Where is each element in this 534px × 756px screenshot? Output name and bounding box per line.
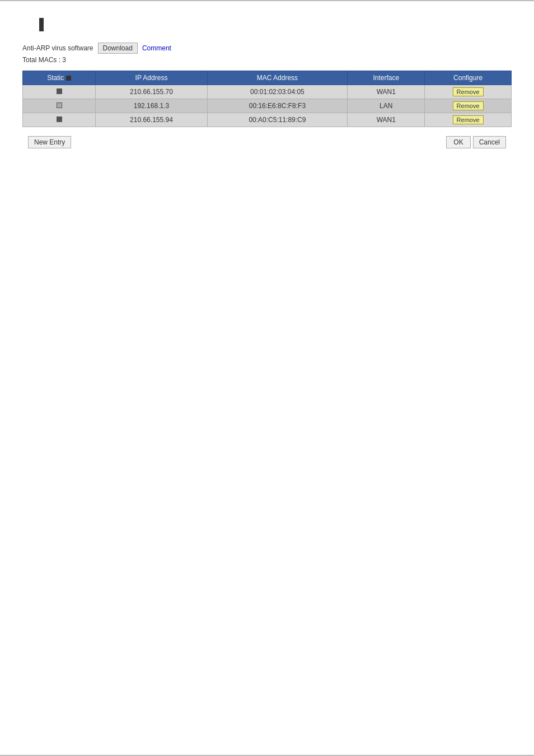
anti-arp-row: Anti-ARP virus software Download Comment xyxy=(22,43,512,54)
table-row: 210.66.155.9400:A0:C5:11:89:C9WAN1Remove xyxy=(23,113,512,127)
download-button[interactable]: Download xyxy=(98,43,138,54)
static-label: Static xyxy=(47,74,64,82)
configure-cell-0: Remove xyxy=(425,85,512,99)
mac-cell-0: 00:01:02:03:04:05 xyxy=(207,85,348,99)
interface-cell-0: WAN1 xyxy=(348,85,425,99)
bullet-item-1 xyxy=(39,18,512,22)
configure-cell-2: Remove xyxy=(425,113,512,127)
header-mac: MAC Address xyxy=(207,71,348,85)
new-entry-button[interactable]: New Entry xyxy=(28,136,71,148)
ip-cell-0: 210.66.155.70 xyxy=(96,85,207,99)
bullet-item-3 xyxy=(39,27,512,31)
total-macs: Total MACs : 3 xyxy=(22,56,512,64)
interface-cell-1: LAN xyxy=(348,99,425,113)
ip-cell-2: 210.66.155.94 xyxy=(96,113,207,127)
bullet-list xyxy=(39,18,512,31)
remove-button-0[interactable]: Remove xyxy=(453,87,484,96)
bullet-square-1 xyxy=(39,18,44,22)
static-header-cell: Static xyxy=(29,74,90,82)
main-content: Anti-ARP virus software Download Comment… xyxy=(0,1,534,755)
header-row: Static IP Address MAC Address Interface … xyxy=(23,71,512,85)
mac-cell-1: 00:16:E6:8C:F8:F3 xyxy=(207,99,348,113)
action-row: New Entry OK Cancel xyxy=(22,136,512,148)
table-header: Static IP Address MAC Address Interface … xyxy=(23,71,512,85)
header-static: Static xyxy=(23,71,96,85)
ok-button[interactable]: OK xyxy=(446,136,470,148)
ip-cell-1: 192.168.1.3 xyxy=(96,99,207,113)
ok-cancel-group: OK Cancel xyxy=(446,136,506,148)
header-ip: IP Address xyxy=(96,71,207,85)
table-body: 210.66.155.7000:01:02:03:04:05WAN1Remove… xyxy=(23,85,512,127)
static-cell-2 xyxy=(23,113,96,127)
row-checkbox-1[interactable] xyxy=(57,102,62,108)
header-configure: Configure xyxy=(425,71,512,85)
static-cell-1 xyxy=(23,99,96,113)
bullet-square-3 xyxy=(39,27,44,31)
bullet-item-2 xyxy=(39,22,512,27)
anti-arp-label: Anti-ARP virus software xyxy=(22,44,93,52)
static-cell-0 xyxy=(23,85,96,99)
header-interface: Interface xyxy=(348,71,425,85)
page-wrapper: Anti-ARP virus software Download Comment… xyxy=(0,0,534,756)
interface-cell-2: WAN1 xyxy=(348,113,425,127)
comment-link[interactable]: Comment xyxy=(142,44,171,52)
mac-cell-2: 00:A0:C5:11:89:C9 xyxy=(207,113,348,127)
row-checkbox-2[interactable] xyxy=(57,116,62,122)
static-header-checkbox[interactable] xyxy=(66,76,71,81)
table-row: 210.66.155.7000:01:02:03:04:05WAN1Remove xyxy=(23,85,512,99)
cancel-button[interactable]: Cancel xyxy=(473,136,506,148)
configure-cell-1: Remove xyxy=(425,99,512,113)
bullet-square-2 xyxy=(39,22,44,27)
remove-button-1[interactable]: Remove xyxy=(453,101,484,110)
description-section xyxy=(22,18,512,31)
table-row: 192.168.1.300:16:E6:8C:F8:F3LANRemove xyxy=(23,99,512,113)
row-checkbox-0[interactable] xyxy=(57,88,62,94)
arp-table: Static IP Address MAC Address Interface … xyxy=(22,71,512,127)
remove-button-2[interactable]: Remove xyxy=(453,115,484,124)
